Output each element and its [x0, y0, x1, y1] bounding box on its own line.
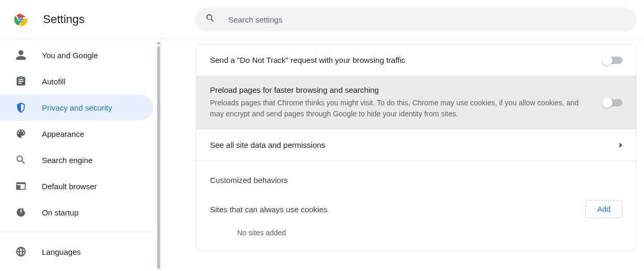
sidebar-item-you-and-google[interactable]: You and Google [0, 42, 153, 68]
toggle-preload[interactable] [604, 99, 623, 106]
search-icon [205, 13, 216, 26]
chevron-right-icon [619, 143, 623, 148]
row-title: Send a "Do Not Track" request with your … [210, 56, 591, 64]
row-description: Preloads pages that Chrome thinks you mi… [210, 97, 591, 120]
sidebar-item-label: Default browser [42, 182, 97, 191]
palette-icon [15, 127, 27, 140]
row-do-not-track[interactable]: Send a "Do Not Track" request with your … [196, 45, 636, 76]
scroll-up-icon [157, 42, 161, 44]
row-preload-pages[interactable]: Preload pages for faster browsing and se… [196, 76, 636, 129]
clipboard-icon [15, 75, 27, 88]
row-title: Preload pages for faster browsing and se… [210, 85, 591, 94]
sidebar-item-label: Search engine [42, 156, 93, 165]
row-title: Sites that can always use cookies [210, 205, 327, 214]
page-title: Settings [43, 13, 85, 26]
chrome-logo-icon [14, 12, 28, 27]
sidebar-item-label: Appearance [42, 129, 84, 138]
search-bar[interactable] [195, 7, 637, 31]
empty-state-text: No sites added [196, 225, 636, 251]
row-title: See all site data and permissions [210, 140, 607, 149]
sidebar-item-on-startup[interactable]: On startup [0, 199, 153, 225]
sidebar-item-label: You and Google [42, 51, 98, 60]
sidebar-item-label: On startup [42, 208, 79, 217]
browser-icon [15, 180, 27, 192]
content-area: Send a "Do Not Track" request with your … [161, 39, 644, 270]
row-see-all-site-data[interactable]: See all site data and permissions [196, 129, 636, 161]
row-sites-always-cookies: Sites that can always use cookies Add [196, 185, 636, 225]
settings-card: Send a "Do Not Track" request with your … [196, 44, 637, 251]
scrollbar-thumb[interactable] [157, 46, 160, 269]
sidebar-item-autofill[interactable]: Autofill [0, 68, 153, 94]
toggle-do-not-track[interactable] [604, 57, 623, 64]
sidebar-item-label: Privacy and security [42, 103, 112, 112]
sidebar-item-label: Languages [42, 247, 81, 256]
svg-point-3 [20, 18, 23, 20]
section-customized-behaviors: Customized behaviors [196, 161, 636, 185]
globe-icon [15, 245, 27, 258]
sidebar-item-appearance[interactable]: Appearance [0, 121, 153, 147]
power-icon [15, 206, 27, 219]
sidebar: You and Google Autofill Privacy and secu… [0, 39, 161, 270]
sidebar-item-label: Autofill [42, 77, 65, 86]
header-bar: Settings [0, 0, 644, 39]
sidebar-divider [0, 232, 153, 232]
shield-icon [15, 101, 27, 114]
sidebar-item-default-browser[interactable]: Default browser [0, 173, 153, 199]
sidebar-item-languages[interactable]: Languages [0, 239, 153, 265]
person-icon [15, 49, 27, 61]
add-button[interactable]: Add [585, 200, 623, 218]
sidebar-item-privacy-security[interactable]: Privacy and security [0, 94, 153, 121]
sidebar-scrollbar[interactable] [157, 42, 161, 270]
search-input[interactable] [228, 15, 626, 24]
search-icon [15, 154, 27, 166]
sidebar-item-search-engine[interactable]: Search engine [0, 147, 153, 173]
